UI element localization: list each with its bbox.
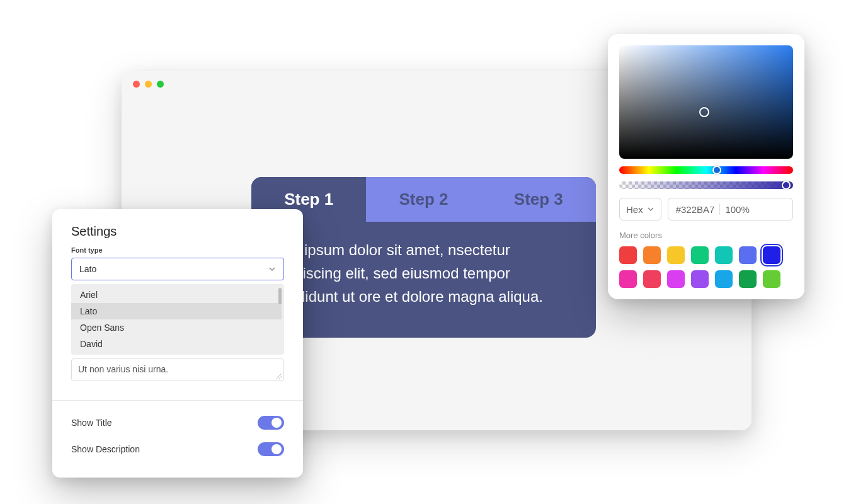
color-format-value: Hex <box>626 204 643 215</box>
hex-value: #322BA7 <box>676 204 715 215</box>
color-swatch-2[interactable] <box>667 246 685 264</box>
steps-widget: Step 1 Step 2 Step 3 rem ipsum dolor sit… <box>251 177 596 338</box>
color-swatch-11[interactable] <box>715 270 733 288</box>
description-textarea[interactable]: Ut non varius nisi urna. <box>71 358 284 381</box>
show-title-label: Show Title <box>71 418 112 428</box>
chevron-down-icon <box>647 205 654 213</box>
show-title-toggle[interactable] <box>258 416 284 430</box>
settings-title: Settings <box>71 224 284 239</box>
font-option-ariel[interactable]: Ariel <box>71 287 282 303</box>
font-type-label: Font type <box>71 246 284 254</box>
tab-step-3[interactable]: Step 3 <box>481 177 596 222</box>
hex-input[interactable]: #322BA7 100% <box>668 198 793 220</box>
color-swatches <box>619 246 793 288</box>
color-swatch-13[interactable] <box>763 270 780 288</box>
step-body-text: rem ipsum dolor sit amet, nsectetur adip… <box>251 222 596 338</box>
color-swatch-5[interactable] <box>739 246 757 264</box>
window-close-dot[interactable] <box>133 81 140 88</box>
divider <box>52 400 303 401</box>
color-swatch-10[interactable] <box>691 270 709 288</box>
font-option-open-sans[interactable]: Open Sans <box>71 319 282 336</box>
color-swatch-3[interactable] <box>691 246 709 264</box>
font-option-david[interactable]: David <box>71 336 282 352</box>
show-title-row: Show Title <box>71 410 284 436</box>
alpha-value: 100% <box>725 204 749 215</box>
color-swatch-0[interactable] <box>619 246 637 264</box>
tab-step-2[interactable]: Step 2 <box>366 177 481 222</box>
color-format-select[interactable]: Hex <box>619 198 661 220</box>
more-colors-label: More colors <box>619 231 793 240</box>
show-description-row: Show Description <box>71 436 284 462</box>
color-swatch-7[interactable] <box>619 270 637 288</box>
hue-slider[interactable] <box>619 166 793 174</box>
font-type-select[interactable]: Lato <box>71 258 284 280</box>
font-option-lato[interactable]: Lato <box>71 303 282 319</box>
color-swatch-1[interactable] <box>643 246 661 264</box>
alpha-slider-knob[interactable] <box>782 181 791 190</box>
font-type-dropdown[interactable]: Ariel Lato Open Sans David <box>71 284 284 355</box>
window-minimize-dot[interactable] <box>145 81 152 88</box>
steps-tabs: Step 1 Step 2 Step 3 <box>251 177 596 222</box>
settings-panel: Settings Font type Lato Ariel Lato Open … <box>52 209 303 478</box>
show-description-label: Show Description <box>71 444 140 454</box>
color-saturation-area[interactable] <box>619 45 793 159</box>
input-separator <box>719 203 720 215</box>
color-swatch-9[interactable] <box>667 270 685 288</box>
textarea-resize-icon[interactable] <box>276 373 282 379</box>
show-description-toggle[interactable] <box>258 442 284 456</box>
dropdown-scrollbar[interactable] <box>278 288 282 304</box>
color-swatch-6[interactable] <box>763 246 780 264</box>
textarea-value: Ut non varius nisi urna. <box>78 364 168 374</box>
color-swatch-8[interactable] <box>643 270 661 288</box>
color-swatch-12[interactable] <box>739 270 757 288</box>
chevron-down-icon <box>268 265 276 273</box>
window-maximize-dot[interactable] <box>157 81 164 88</box>
alpha-slider[interactable] <box>619 181 793 189</box>
font-type-value: Lato <box>79 264 96 274</box>
color-picker-panel: Hex #322BA7 100% More colors <box>608 34 804 299</box>
color-swatch-4[interactable] <box>715 246 733 264</box>
hue-slider-knob[interactable] <box>712 166 721 175</box>
color-cursor[interactable] <box>699 107 709 117</box>
